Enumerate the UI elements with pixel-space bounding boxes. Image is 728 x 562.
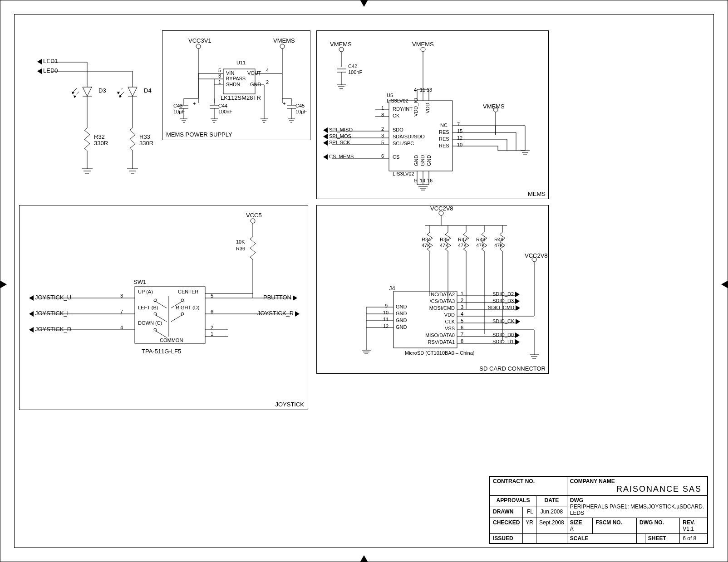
r35-val: 47K xyxy=(440,243,449,248)
net-sdio-d0: SDIO_D0 xyxy=(492,332,520,338)
c42-val: 100nF xyxy=(348,69,362,75)
jp10: 10 xyxy=(383,310,389,315)
rev-lbl: REV. xyxy=(683,519,695,526)
jp5: 5 xyxy=(461,318,463,323)
arrow-left xyxy=(0,281,7,288)
pr7: 7 xyxy=(457,122,460,127)
net-sdio-d1: SDIO_D1 xyxy=(492,339,520,345)
pin-gnd: GND xyxy=(250,82,261,87)
svg-line-124 xyxy=(171,315,182,322)
jp6: 6 xyxy=(461,325,463,330)
r35-ref: R35 xyxy=(440,237,449,242)
r36-val: 10K xyxy=(236,239,245,244)
joystick-schematic xyxy=(19,205,307,409)
u11-part: LK112SM28TR xyxy=(221,94,261,101)
r48-ref: R48 xyxy=(476,237,485,242)
pn5: 5 xyxy=(381,140,384,145)
svg-line-19 xyxy=(120,92,124,96)
svg-line-6 xyxy=(74,92,79,96)
pt13: 13 xyxy=(427,87,432,93)
pb14: 14 xyxy=(420,178,425,183)
jn5: 5 xyxy=(211,293,213,298)
c42-ref: C42 xyxy=(348,64,357,69)
pin-nc: NC xyxy=(440,122,448,128)
pb9: 9 xyxy=(414,178,417,183)
r36-ref: R36 xyxy=(236,246,245,251)
j4-gnd3: GND xyxy=(396,318,407,323)
r49-val: 47K xyxy=(494,243,503,248)
j4-clk: CLK xyxy=(418,319,455,324)
checked-by: YR xyxy=(523,518,536,534)
pin-vout: VOUT xyxy=(247,70,261,76)
pin-gnd1: GND xyxy=(413,155,419,166)
pn2: 2 xyxy=(381,126,384,132)
j4-nc: NC/DATA2 xyxy=(418,292,455,297)
r32-val: 330R xyxy=(94,140,108,147)
p3: 3 xyxy=(218,73,221,78)
arrow-bottom xyxy=(360,555,368,562)
net-spi-mosi: SPI_MOSI xyxy=(323,133,353,139)
dwgno-lbl: DWG NO. xyxy=(636,518,679,534)
r49-ref: R49 xyxy=(494,237,503,242)
pin-rdy: RDY/INT xyxy=(393,106,413,112)
p5: 5 xyxy=(218,68,221,73)
vcc5: VCC5 xyxy=(246,212,262,219)
d3-ref: D3 xyxy=(98,87,106,94)
u5-ref: U5 xyxy=(387,93,393,98)
jn1: 1 xyxy=(211,331,213,337)
j4-miso: MISO/DATA0 xyxy=(410,332,455,338)
r48-val: 47K xyxy=(476,243,485,248)
j4-part: MicroSD (CT1010BA0 – China) xyxy=(405,350,474,356)
svg-rect-113 xyxy=(135,287,205,343)
pin-bypass: BYPASS xyxy=(226,76,246,81)
net-sdio-cmd: SDIO_CMD xyxy=(488,305,520,311)
sw1-part: TPA-511G-LF5 xyxy=(142,348,181,355)
jp2: 2 xyxy=(461,298,463,303)
r32-ref: R32 xyxy=(94,133,105,140)
pin-ck: CK xyxy=(393,113,399,118)
dwg-lbl: DWG xyxy=(570,497,583,503)
pin-vin: VIN xyxy=(226,70,234,76)
c44-val: 100nF xyxy=(218,109,232,114)
svg-point-67 xyxy=(339,47,344,52)
net-spi-miso: SPI_MISO xyxy=(323,127,353,133)
sw-up: UP (A) xyxy=(138,289,153,294)
r47-val: 47K xyxy=(458,243,467,248)
u11-ref: U11 xyxy=(236,60,246,65)
j4-vdd: VDD xyxy=(418,312,455,318)
r34-ref: R34 xyxy=(422,237,431,242)
sw-common: COMMON xyxy=(160,337,183,343)
j4-rsv: RSV/DATA1 xyxy=(418,339,455,345)
p4: 4 xyxy=(266,68,269,73)
r33-val: 330R xyxy=(139,140,153,147)
net-led0: LED0 xyxy=(37,67,58,74)
net-sdio-d3: SDIO_D3 xyxy=(492,298,520,304)
pin-res3: RES xyxy=(439,143,449,148)
net-pbutton: PBUTTON xyxy=(263,294,297,301)
d4-ref: D4 xyxy=(144,87,152,94)
c45-plus: + xyxy=(283,101,285,106)
pin-sda: SDA/SDI/SDO xyxy=(393,134,425,139)
drawn-by: FL xyxy=(523,507,536,518)
pr15: 15 xyxy=(457,128,462,134)
vmems3: VMEMS xyxy=(483,103,505,110)
svg-marker-2 xyxy=(83,87,92,96)
pr10: 10 xyxy=(457,142,462,147)
contract-no: CONTRACT NO. xyxy=(490,477,567,496)
net-joy-r: JOYSTICK_R xyxy=(257,310,300,317)
vcc2v8-right: VCC2V8 xyxy=(525,252,548,259)
jp8: 8 xyxy=(461,338,463,344)
sheet-val: 6 of 8 xyxy=(680,534,708,543)
net-led1: LED1 xyxy=(37,58,58,64)
c45-ref: C45 xyxy=(295,103,305,108)
r34-val: 47K xyxy=(422,243,431,248)
jn7: 7 xyxy=(120,309,123,314)
vcc2v8-top: VCC2V8 xyxy=(430,205,453,212)
svg-point-26 xyxy=(196,44,201,49)
u5-part-top: LIS3LV02 xyxy=(387,98,408,103)
svg-point-28 xyxy=(280,44,285,49)
title-block: CONTRACT NO. COMPANY NAME RAISONANCE SAS… xyxy=(489,476,708,544)
j4-ref: J4 xyxy=(389,285,395,292)
c45-val: 10µF xyxy=(295,109,307,114)
sdcard-schematic xyxy=(316,205,548,373)
